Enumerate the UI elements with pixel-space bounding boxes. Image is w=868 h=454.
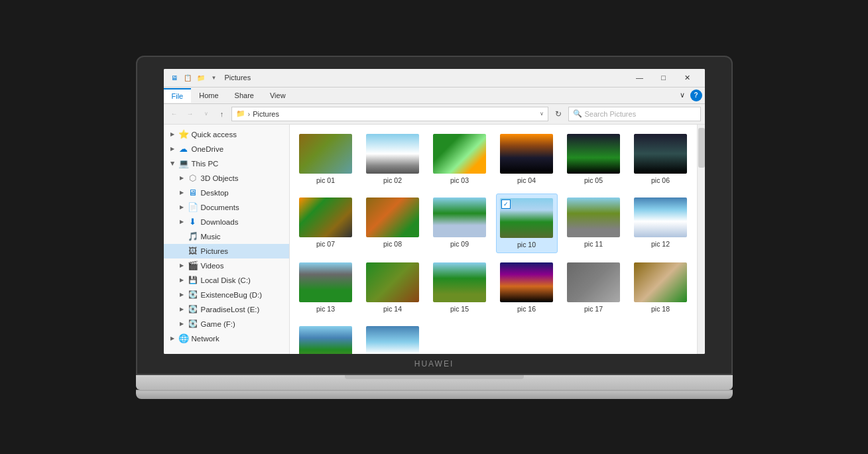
file-item[interactable]: pic 08 xyxy=(362,194,424,253)
close-button[interactable]: ✕ xyxy=(676,69,700,87)
sidebar-item-videos[interactable]: ▶ 🎬 Videos xyxy=(164,258,289,273)
search-icon: 🔍 xyxy=(573,109,582,118)
sidebar-item-documents[interactable]: ▶ 📄 Documents xyxy=(164,200,289,215)
file-item[interactable]: pic 09 xyxy=(429,194,491,253)
sidebar-item-music[interactable]: ▶ 🎵 Music xyxy=(164,229,289,244)
path-dropdown-arrow: ∨ xyxy=(540,111,544,117)
sidebar-label-onedrive: OneDrive xyxy=(192,145,224,153)
up-button[interactable]: ↑ xyxy=(216,107,229,121)
file-item[interactable]: pic 01 xyxy=(295,130,357,188)
refresh-button[interactable]: ↻ xyxy=(551,107,566,121)
tab-share[interactable]: Share xyxy=(227,89,262,102)
file-item[interactable]: pic 12 xyxy=(630,194,692,253)
file-item[interactable]: pic 20 xyxy=(362,322,424,354)
scrollbar-track[interactable] xyxy=(697,125,705,354)
file-name: pic 10 xyxy=(517,241,536,249)
title-bar-icons: 🖥 📋 📁 ▼ xyxy=(169,72,219,83)
file-name: pic 09 xyxy=(450,240,469,248)
sidebar-item-game-f[interactable]: ▶ 💽 Game (F:) xyxy=(164,317,289,331)
tab-file[interactable]: File xyxy=(164,88,192,103)
window-title: Pictures xyxy=(225,74,628,82)
sidebar-item-paradiselost-e[interactable]: ▶ 💽 ParadiseLost (E:) xyxy=(164,302,289,317)
sidebar-item-local-disk-c[interactable]: ▶ 💾 Local Disk (C:) xyxy=(164,273,289,288)
tab-view[interactable]: View xyxy=(262,89,294,102)
file-item[interactable]: pic 17 xyxy=(563,258,625,317)
paradiselost-e-icon: 💽 xyxy=(188,304,198,315)
sidebar-item-network[interactable]: ▶ 🌐 Network xyxy=(164,331,289,346)
file-item[interactable]: pic 11 xyxy=(563,194,625,253)
forward-button[interactable]: → xyxy=(184,107,197,121)
file-thumbnail xyxy=(366,262,419,302)
file-item[interactable]: pic 07 xyxy=(295,194,357,253)
file-item[interactable]: pic 15 xyxy=(429,258,491,317)
minimize-button[interactable]: — xyxy=(628,69,652,87)
file-thumbnail xyxy=(366,326,419,354)
sidebar-item-desktop[interactable]: ▶ 🖥 Desktop xyxy=(164,186,289,200)
documents-icon: 📄 xyxy=(188,202,198,213)
file-item[interactable]: pic 05 xyxy=(563,130,625,188)
file-checkbox[interactable]: ✓ xyxy=(501,199,511,209)
file-name: pic 07 xyxy=(316,240,335,248)
file-item[interactable]: pic 06 xyxy=(630,130,692,188)
sidebar-item-existencebug-d[interactable]: ▶ 💽 ExistenceBug (D:) xyxy=(164,288,289,302)
ribbon-collapse-button[interactable]: ∨ xyxy=(674,87,690,103)
file-thumbnail xyxy=(500,262,553,302)
pictures-icon: 🖼 xyxy=(188,246,198,256)
sidebar-label-existencebug-d: ExistenceBug (D:) xyxy=(201,291,263,299)
sidebar-label-game-f: Game (F:) xyxy=(201,320,235,328)
sidebar-item-downloads[interactable]: ▶ ⬇ Downloads xyxy=(164,215,289,229)
expand-arrow-icon: ▶ xyxy=(178,292,185,298)
file-name: pic 18 xyxy=(651,305,670,313)
file-explorer-icon: 🖥 xyxy=(169,72,180,83)
file-item[interactable]: pic 16 xyxy=(496,258,558,317)
laptop-base: HUAWEI xyxy=(136,375,733,390)
recent-locations-button[interactable]: ∨ xyxy=(200,107,213,121)
sidebar-label-paradiselost-e: ParadiseLost (E:) xyxy=(201,306,260,313)
sidebar-item-onedrive[interactable]: ▶ ☁ OneDrive xyxy=(164,142,289,156)
file-item[interactable]: ✓pic 10 xyxy=(496,194,558,253)
file-thumbnail xyxy=(299,262,352,302)
file-name: pic 08 xyxy=(383,240,402,248)
dropdown-arrow-icon[interactable]: ▼ xyxy=(209,72,219,83)
file-name: pic 11 xyxy=(584,240,603,248)
expand-arrow-icon: ▶ xyxy=(178,175,185,181)
file-name: pic 12 xyxy=(651,240,670,248)
expand-arrow-icon: ▶ xyxy=(169,160,175,167)
sidebar-item-quick-access[interactable]: ▶ ⭐ Quick access xyxy=(164,127,289,142)
back-button[interactable]: ← xyxy=(168,107,181,121)
file-item[interactable]: pic 04 xyxy=(496,130,558,188)
file-item[interactable]: pic 03 xyxy=(429,130,491,188)
maximize-button[interactable]: □ xyxy=(652,69,676,87)
sidebar-item-pictures[interactable]: ▶ 🖼 Pictures xyxy=(164,244,289,258)
file-item[interactable]: pic 02 xyxy=(362,130,424,188)
file-area[interactable]: pic 01pic 02pic 03pic 04pic 05pic 06pic … xyxy=(290,125,697,354)
file-item[interactable]: pic 19 xyxy=(295,322,357,354)
sidebar-label-music: Music xyxy=(201,233,221,241)
sidebar-label-this-pc: This PC xyxy=(192,160,219,168)
search-box[interactable]: 🔍 Search Pictures xyxy=(568,107,701,121)
tab-home[interactable]: Home xyxy=(191,89,226,102)
help-button[interactable]: ? xyxy=(690,89,702,101)
path-separator: › xyxy=(248,110,251,118)
file-thumbnail xyxy=(433,262,486,302)
music-icon: 🎵 xyxy=(188,231,198,242)
local-disk-c-icon: 💾 xyxy=(188,275,198,286)
file-item[interactable]: pic 18 xyxy=(630,258,692,317)
file-thumbnail xyxy=(567,198,620,237)
sidebar-item-this-pc[interactable]: ▶ 💻 This PC xyxy=(164,156,289,171)
address-path-box[interactable]: 📁 › Pictures ∨ xyxy=(231,107,548,121)
title-bar: 🖥 📋 📁 ▼ Pictures — □ ✕ xyxy=(164,69,705,87)
laptop-bottom xyxy=(136,390,733,399)
ribbon: File Home Share View ∨ ? xyxy=(164,87,705,104)
file-item[interactable]: pic 13 xyxy=(295,258,357,317)
file-name: pic 14 xyxy=(383,305,402,313)
3d-objects-icon: ⬡ xyxy=(188,173,198,184)
scrollbar-thumb[interactable] xyxy=(698,128,705,168)
sidebar-label-documents: Documents xyxy=(201,203,239,211)
sidebar-item-3d-objects[interactable]: ▶ ⬡ 3D Objects xyxy=(164,171,289,186)
file-thumbnail xyxy=(299,134,352,174)
file-name: pic 04 xyxy=(517,176,536,184)
file-item[interactable]: pic 14 xyxy=(362,258,424,317)
network-icon: 🌐 xyxy=(178,333,189,344)
file-thumbnail xyxy=(567,262,620,302)
